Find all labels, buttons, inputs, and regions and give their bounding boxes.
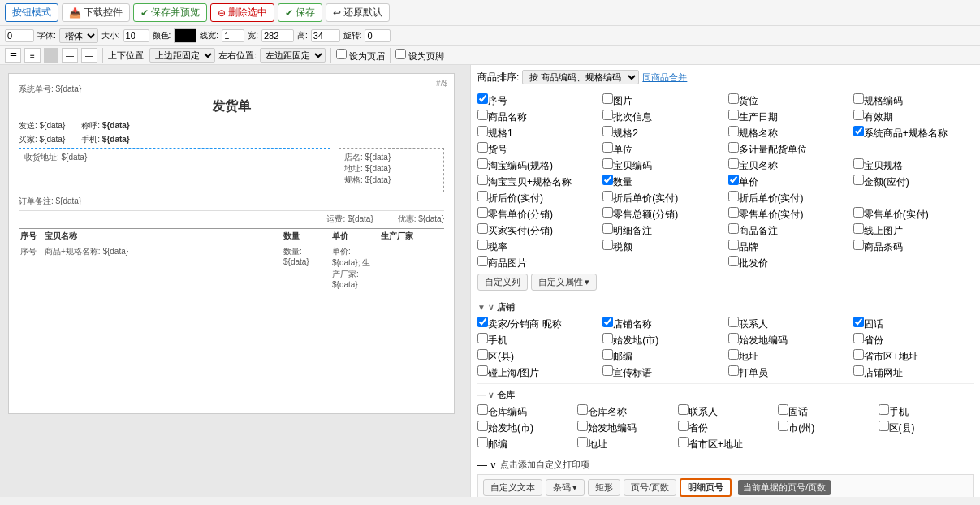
wh-origin-code[interactable]: 始发地编码	[577, 421, 672, 435]
custom-print-collapse-btn[interactable]: — ∨	[477, 460, 497, 471]
field-tb-code[interactable]: 宝贝编码	[602, 158, 723, 173]
color-picker[interactable]	[174, 28, 196, 43]
store-name[interactable]: 店铺名称	[602, 317, 723, 331]
align-center-btn[interactable]: ≡	[24, 48, 41, 63]
wh-city[interactable]: 市(州)	[778, 421, 873, 435]
wh-mobile[interactable]: 手机	[879, 404, 974, 419]
store-contact[interactable]: 联系人	[728, 317, 848, 331]
align-bottom-btn[interactable]: —	[81, 48, 97, 63]
btn-save[interactable]: ✔ 保存	[278, 3, 322, 22]
wh-district[interactable]: 区(县)	[879, 421, 974, 435]
btn-mode[interactable]: 按钮模式	[5, 3, 58, 22]
field-expire[interactable]: 有效期	[853, 110, 974, 124]
field-tb-code-spec[interactable]: 淘宝编码(规格)	[477, 158, 598, 173]
detail-page-btn[interactable]: 明细页号	[680, 478, 732, 497]
store-operator[interactable]: 打单员	[728, 365, 848, 380]
wh-contact[interactable]: 联系人	[678, 404, 773, 419]
store-district[interactable]: 区(县)	[477, 349, 598, 364]
field-discount-unit[interactable]: 折后单价(实付)	[602, 191, 723, 205]
lr-select[interactable]: 左边距固定右边距固定	[260, 48, 326, 63]
fill-color[interactable]	[44, 48, 58, 63]
field-discount-price[interactable]: 折后价(实付)	[477, 191, 598, 205]
btn-save-preview[interactable]: ✔ 保存并预览	[133, 3, 207, 22]
field-zero-sell-total[interactable]: 零售单价(实付)	[853, 207, 974, 222]
width-input[interactable]	[261, 29, 294, 42]
field-goods-note[interactable]: 商品备注	[728, 223, 848, 238]
custom-text-btn[interactable]: 自定义文本	[483, 479, 542, 496]
field-multi-unit[interactable]: 多计量配货单位	[728, 142, 848, 157]
page-foot-checkbox[interactable]	[395, 49, 406, 59]
store-website[interactable]: 店铺网址	[853, 365, 974, 380]
field-tax-rate[interactable]: 税率	[477, 240, 598, 254]
sort-select[interactable]: 按 商品编码、规格编码	[522, 70, 639, 84]
rotate-input[interactable]	[365, 29, 391, 42]
field-location[interactable]: 货位	[728, 93, 848, 108]
same-goods-link[interactable]: 同商品合并	[642, 71, 687, 84]
field-wholesale[interactable]: 批发价	[728, 256, 848, 270]
field-spec-name[interactable]: 规格名称	[728, 126, 848, 140]
custom-attr-btn[interactable]: 自定义属性 ▾	[531, 274, 597, 291]
align-left-btn[interactable]: ☰	[5, 48, 21, 63]
store-collapse-btn[interactable]: ▼ ∨	[477, 303, 494, 312]
store-slogan[interactable]: 宣传标语	[602, 365, 723, 380]
field-goods-name[interactable]: 商品名称	[477, 110, 598, 124]
field-barcode[interactable]: 商品条码	[853, 240, 974, 254]
field-goods-img[interactable]: 商品图片	[477, 256, 598, 270]
height-input[interactable]	[311, 29, 340, 42]
page-num-btn[interactable]: 页号/页数	[624, 479, 676, 496]
wh-tel[interactable]: 固话	[778, 404, 873, 419]
store-sh-img[interactable]: 碰上海/图片	[477, 365, 598, 380]
field-brand[interactable]: 品牌	[728, 240, 848, 254]
field-unit[interactable]: 单位	[602, 142, 723, 157]
store-origin-city[interactable]: 始发地(市)	[602, 333, 723, 347]
size-input[interactable]	[123, 29, 149, 42]
field-retail-total-dis[interactable]: 零售总额(分销)	[602, 207, 723, 222]
btn-delete-selected[interactable]: ⊖ 删除选中	[210, 3, 274, 22]
ud-select[interactable]: 上边距固定下边距固定	[149, 48, 215, 63]
store-seller[interactable]: 卖家/分销商 昵称	[477, 317, 598, 331]
wh-name[interactable]: 仓库名称	[577, 404, 672, 419]
warehouse-collapse-btn[interactable]: — ∨	[477, 391, 494, 399]
field-sys-spec[interactable]: 系统商品+规格名称	[853, 126, 974, 140]
store-mobile[interactable]: 手机	[477, 333, 598, 347]
field-zero-sell[interactable]: 零售单价(实付)	[728, 207, 848, 222]
field-spec-code[interactable]: 规格编码	[853, 93, 974, 108]
page-head-label[interactable]: 设为页眉	[336, 49, 385, 63]
pos-x-input[interactable]	[5, 29, 34, 42]
wh-zip[interactable]: 邮编	[477, 437, 572, 451]
wh-province[interactable]: 省份	[678, 421, 773, 435]
store-origin-code[interactable]: 始发地编码	[728, 333, 848, 347]
custom-col-btn[interactable]: 自定义列	[477, 274, 528, 291]
field-spec1[interactable]: 规格1	[477, 126, 598, 140]
barcode-btn[interactable]: 条码 ▾	[546, 479, 585, 496]
store-zip[interactable]: 邮编	[602, 349, 723, 364]
wh-address[interactable]: 地址	[577, 437, 672, 451]
page-head-checkbox[interactable]	[336, 49, 347, 59]
field-buyer-paid-dis[interactable]: 买家实付(分销)	[477, 223, 598, 238]
field-batch[interactable]: 批次信息	[602, 110, 723, 124]
field-detail-note[interactable]: 明细备注	[602, 223, 723, 238]
rect-btn[interactable]: 矩形	[588, 479, 620, 496]
btn-download[interactable]: 📥 下载控件	[62, 3, 130, 22]
store-full-address[interactable]: 省市区+地址	[853, 349, 974, 364]
font-select[interactable]: 楷体宋体黑体	[59, 28, 98, 43]
align-top-btn[interactable]: —	[62, 48, 78, 63]
store-tel[interactable]: 固话	[853, 317, 974, 331]
store-address[interactable]: 地址	[728, 349, 848, 364]
line-input[interactable]	[222, 29, 244, 42]
field-seq[interactable]: 序号	[477, 93, 598, 108]
address-box[interactable]: 收货地址: ${data}	[19, 148, 330, 192]
field-tax-amt[interactable]: 税额	[602, 240, 723, 254]
page-foot-label[interactable]: 设为页脚	[395, 49, 444, 63]
field-item-num[interactable]: 货号	[477, 142, 598, 157]
field-tb-spec-name[interactable]: 淘宝宝贝+规格名称	[477, 175, 598, 189]
field-retail-unit-real[interactable]: 折后单价(实付)	[728, 191, 848, 205]
field-tb-name[interactable]: 宝贝名称	[728, 158, 848, 173]
field-prod-date[interactable]: 生产日期	[728, 110, 848, 124]
wh-code[interactable]: 仓库编码	[477, 404, 572, 419]
wh-origin-city[interactable]: 始发地(市)	[477, 421, 572, 435]
field-qty[interactable]: 数量	[602, 175, 723, 189]
field-amount[interactable]: 金额(应付)	[853, 175, 974, 189]
store-province[interactable]: 省份	[853, 333, 974, 347]
field-spec2[interactable]: 规格2	[602, 126, 723, 140]
